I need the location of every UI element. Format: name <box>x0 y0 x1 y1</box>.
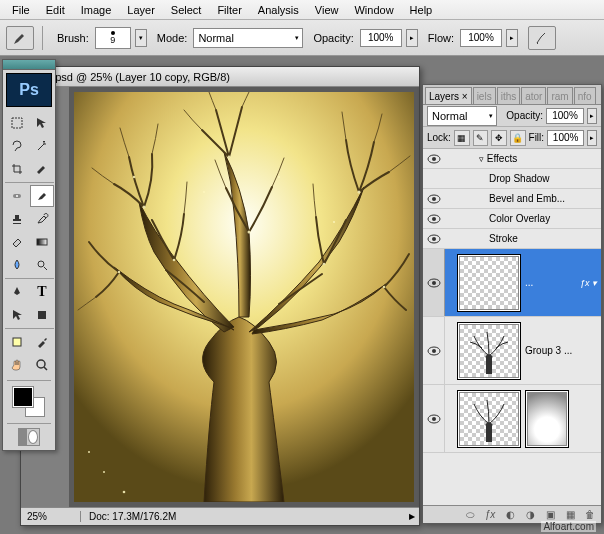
opacity-field[interactable]: 100% <box>360 29 402 47</box>
fill-arrow[interactable]: ▸ <box>587 130 597 146</box>
document-title-bar[interactable]: _tree.psd @ 25% (Layer 10 copy, RGB/8) <box>21 67 419 87</box>
tab-histogram[interactable]: ram <box>547 87 572 105</box>
eye-icon[interactable] <box>427 194 441 204</box>
tab-navigator[interactable]: ator <box>521 87 546 105</box>
opacity-label: Opacity: <box>313 32 353 44</box>
layer-blend-mode[interactable]: Normal▾ <box>427 106 497 126</box>
brush-dropdown-icon[interactable]: ▾ <box>135 29 147 47</box>
flow-field[interactable]: 100% <box>460 29 502 47</box>
quick-mask-icon[interactable] <box>18 428 40 446</box>
menu-select[interactable]: Select <box>163 2 210 18</box>
gradient-tool[interactable] <box>30 231 54 253</box>
foreground-color-swatch[interactable] <box>13 387 33 407</box>
canvas[interactable] <box>74 92 414 502</box>
layer-opacity-field[interactable]: 100% <box>546 108 584 124</box>
status-arrow-icon[interactable]: ▶ <box>405 512 419 521</box>
menu-analysis[interactable]: Analysis <box>250 2 307 18</box>
airbrush-icon[interactable] <box>528 26 556 50</box>
link-layers-icon[interactable]: ⬭ <box>463 508 477 522</box>
blend-mode-select[interactable]: Normal▾ <box>193 28 303 48</box>
stamp-tool[interactable] <box>5 208 29 230</box>
lock-position-icon[interactable]: ✥ <box>491 130 507 146</box>
layer-opacity-arrow[interactable]: ▸ <box>587 108 597 124</box>
dodge-tool[interactable] <box>30 254 54 276</box>
zoom-tool[interactable] <box>30 354 54 376</box>
layer-thumbnail[interactable] <box>459 392 519 446</box>
fx-color-overlay[interactable]: Color Overlay <box>423 209 601 229</box>
shape-tool[interactable] <box>30 304 54 326</box>
tab-channels[interactable]: iels <box>473 87 496 105</box>
lasso-tool[interactable] <box>5 135 29 157</box>
eye-icon[interactable] <box>427 234 441 244</box>
watermark: Alfoart.com <box>541 521 596 532</box>
wand-tool[interactable] <box>30 135 54 157</box>
fx-stroke[interactable]: Stroke <box>423 229 601 249</box>
menu-window[interactable]: Window <box>346 2 401 18</box>
svg-point-11 <box>123 491 126 494</box>
layers-list[interactable]: ▿ Effects Drop Shadow Bevel and Emb... C… <box>423 149 601 505</box>
fx-badge[interactable]: ƒx ▾ <box>580 278 597 288</box>
crop-tool[interactable] <box>5 158 29 180</box>
fill-field[interactable]: 100% <box>547 130 584 146</box>
layer-fx-icon[interactable]: ƒx <box>483 508 497 522</box>
toolbox-grip[interactable] <box>3 60 55 70</box>
type-tool[interactable]: T <box>30 281 54 303</box>
menu-file[interactable]: File <box>4 2 38 18</box>
fx-bevel[interactable]: Bevel and Emb... <box>423 189 601 209</box>
brush-preset-picker[interactable]: 9 <box>95 27 131 49</box>
menu-layer[interactable]: Layer <box>119 2 163 18</box>
lock-all-icon[interactable]: 🔒 <box>510 130 526 146</box>
layer-selected[interactable]: ... ƒx ▾ <box>423 249 601 317</box>
svg-point-15 <box>333 221 335 223</box>
history-brush-tool[interactable] <box>30 208 54 230</box>
pen-tool[interactable] <box>5 281 29 303</box>
lock-pixels-icon[interactable]: ✎ <box>473 130 489 146</box>
eye-icon[interactable] <box>427 414 441 424</box>
flow-arrow-icon[interactable]: ▸ <box>506 29 518 47</box>
new-layer-icon[interactable]: ▦ <box>563 508 577 522</box>
brush-tool-icon[interactable] <box>6 26 34 50</box>
zoom-field[interactable]: 25% <box>21 511 81 522</box>
notes-tool[interactable] <box>5 331 29 353</box>
marquee-tool[interactable] <box>5 112 29 134</box>
eye-icon[interactable] <box>427 214 441 224</box>
blur-tool[interactable] <box>5 254 29 276</box>
layer-thumbnail[interactable] <box>459 324 519 378</box>
tab-info[interactable]: nfo <box>574 87 596 105</box>
brush-tool[interactable] <box>30 185 54 207</box>
opacity-arrow-icon[interactable]: ▸ <box>406 29 418 47</box>
eraser-tool[interactable] <box>5 231 29 253</box>
svg-point-9 <box>248 231 251 234</box>
layer-mask-icon[interactable]: ◐ <box>503 508 517 522</box>
eye-icon[interactable] <box>427 154 441 164</box>
delete-layer-icon[interactable]: 🗑 <box>583 508 597 522</box>
canvas-area[interactable] <box>69 87 419 507</box>
eye-icon[interactable] <box>427 346 441 356</box>
slice-tool[interactable] <box>30 158 54 180</box>
adjustment-layer-icon[interactable]: ◑ <box>523 508 537 522</box>
eyedropper-tool[interactable] <box>30 331 54 353</box>
color-swatches[interactable] <box>13 387 45 417</box>
hand-tool[interactable] <box>5 354 29 376</box>
menu-edit[interactable]: Edit <box>38 2 73 18</box>
document-status-bar: 25% Doc: 17.3M/176.2M ▶ <box>21 507 419 525</box>
lock-transparency-icon[interactable]: ▦ <box>454 130 470 146</box>
layer-group[interactable]: Group 3 ... <box>423 317 601 385</box>
move-tool[interactable] <box>30 112 54 134</box>
menu-filter[interactable]: Filter <box>209 2 249 18</box>
layer-item[interactable] <box>423 385 601 453</box>
menu-view[interactable]: View <box>307 2 347 18</box>
eye-icon[interactable] <box>427 278 441 288</box>
path-select-tool[interactable] <box>5 304 29 326</box>
heal-tool[interactable] <box>5 185 29 207</box>
menu-help[interactable]: Help <box>402 2 441 18</box>
layer-thumbnail[interactable] <box>459 256 519 310</box>
layer-mask-thumbnail[interactable] <box>527 392 567 446</box>
tab-paths[interactable]: iths <box>497 87 521 105</box>
tab-layers[interactable]: Layers × <box>425 87 472 105</box>
effects-row[interactable]: ▿ Effects <box>423 149 601 169</box>
fx-drop-shadow[interactable]: Drop Shadow <box>423 169 601 189</box>
new-group-icon[interactable]: ▣ <box>543 508 557 522</box>
menu-image[interactable]: Image <box>73 2 120 18</box>
svg-point-32 <box>432 281 436 285</box>
